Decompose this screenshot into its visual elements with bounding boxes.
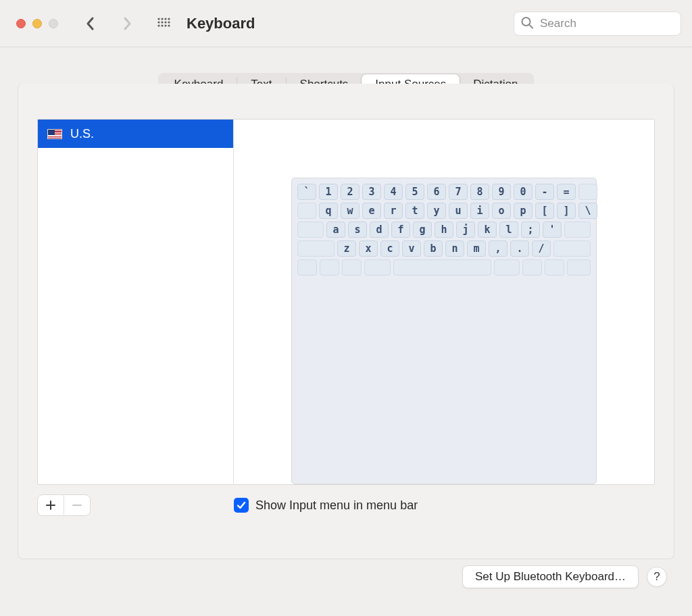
- key: e: [362, 203, 381, 219]
- svg-point-2: [164, 18, 166, 20]
- key: [567, 259, 591, 276]
- add-remove-control: [37, 494, 91, 516]
- key: [297, 203, 316, 219]
- key: [553, 240, 591, 257]
- show-all-icon[interactable]: [155, 16, 172, 32]
- key: c: [380, 240, 399, 257]
- input-source-item-us[interactable]: U.S.: [38, 120, 233, 148]
- key: u: [449, 203, 468, 219]
- key: h: [435, 222, 453, 238]
- key: ,: [489, 240, 508, 257]
- main-panel: U.S. `1234567890-= qwertyuiop[]\ asdfghj…: [18, 84, 674, 559]
- key: [297, 240, 335, 257]
- svg-point-12: [522, 18, 530, 26]
- key: [342, 259, 362, 276]
- key: 9: [492, 184, 511, 200]
- key: w: [341, 203, 360, 219]
- svg-point-3: [168, 18, 170, 20]
- key: [393, 259, 491, 276]
- svg-point-9: [161, 24, 163, 26]
- search-input[interactable]: [514, 11, 681, 36]
- svg-point-4: [157, 21, 159, 23]
- key: 5: [405, 184, 424, 200]
- close-window-button[interactable]: [16, 19, 26, 28]
- svg-point-5: [161, 21, 163, 23]
- key: 8: [470, 184, 489, 200]
- key: 0: [514, 184, 533, 200]
- key: a: [326, 222, 345, 238]
- us-flag-icon: [47, 129, 62, 139]
- minimize-window-button[interactable]: [32, 19, 42, 28]
- svg-point-1: [161, 18, 163, 20]
- key: [297, 222, 324, 238]
- key: -: [535, 184, 554, 200]
- key: o: [492, 203, 511, 219]
- remove-source-button: [64, 495, 90, 515]
- key: g: [413, 222, 432, 238]
- key: \: [578, 203, 597, 219]
- forward-button: [119, 16, 135, 32]
- key: .: [510, 240, 529, 257]
- back-button[interactable]: [82, 16, 99, 32]
- key: z: [337, 240, 356, 257]
- svg-point-8: [157, 24, 159, 26]
- key: n: [445, 240, 464, 257]
- key: 7: [449, 184, 468, 200]
- key: b: [424, 240, 443, 257]
- search-wrap: [514, 11, 681, 36]
- window-toolbar: Keyboard: [0, 0, 692, 47]
- svg-point-6: [164, 21, 166, 23]
- key: [522, 259, 542, 276]
- key: p: [514, 203, 533, 219]
- key: i: [470, 203, 489, 219]
- key: q: [319, 203, 338, 219]
- nav-buttons: [82, 16, 135, 32]
- key: [320, 259, 339, 276]
- key: d: [370, 222, 389, 238]
- key: 6: [427, 184, 446, 200]
- setup-bluetooth-keyboard-button[interactable]: Set Up Bluetooth Keyboard…: [462, 565, 639, 588]
- key: l: [499, 222, 518, 238]
- key: =: [557, 184, 576, 200]
- key: [564, 222, 591, 238]
- key: y: [427, 203, 446, 219]
- key: 3: [362, 184, 381, 200]
- key: [578, 184, 597, 200]
- svg-point-10: [164, 24, 166, 26]
- search-icon: [520, 16, 534, 31]
- show-input-menu-row: Show Input menu in menu bar: [234, 498, 418, 513]
- key: 1: [319, 184, 338, 200]
- key: [297, 259, 317, 276]
- svg-point-7: [168, 21, 170, 23]
- show-input-menu-label: Show Input menu in menu bar: [255, 498, 418, 513]
- key: [: [535, 203, 554, 219]
- key: [494, 259, 520, 276]
- traffic-lights: [16, 19, 58, 28]
- key: v: [402, 240, 421, 257]
- key: t: [405, 203, 424, 219]
- add-source-button[interactable]: [38, 495, 64, 515]
- key: /: [532, 240, 551, 257]
- key: ;: [521, 222, 540, 238]
- show-input-menu-checkbox[interactable]: [234, 498, 249, 513]
- key: r: [384, 203, 403, 219]
- key: m: [467, 240, 486, 257]
- below-row: Show Input menu in menu bar: [37, 494, 655, 516]
- keyboard-preview-pane: `1234567890-= qwertyuiop[]\ asdfghjkl;' …: [234, 120, 654, 484]
- key: ]: [557, 203, 576, 219]
- key: `: [297, 184, 316, 200]
- key: [545, 259, 564, 276]
- keyboard-preview: `1234567890-= qwertyuiop[]\ asdfghjkl;' …: [291, 178, 597, 484]
- key: 2: [341, 184, 360, 200]
- svg-point-11: [168, 24, 170, 26]
- key: s: [348, 222, 367, 238]
- input-source-label: U.S.: [70, 127, 94, 141]
- zoom-window-button: [49, 19, 58, 28]
- svg-line-13: [530, 25, 533, 28]
- page-title: Keyboard: [187, 15, 255, 32]
- key: [364, 259, 391, 276]
- svg-point-0: [157, 18, 159, 20]
- input-sources-list[interactable]: U.S.: [38, 120, 234, 484]
- help-button[interactable]: ?: [647, 567, 667, 587]
- key: 4: [384, 184, 403, 200]
